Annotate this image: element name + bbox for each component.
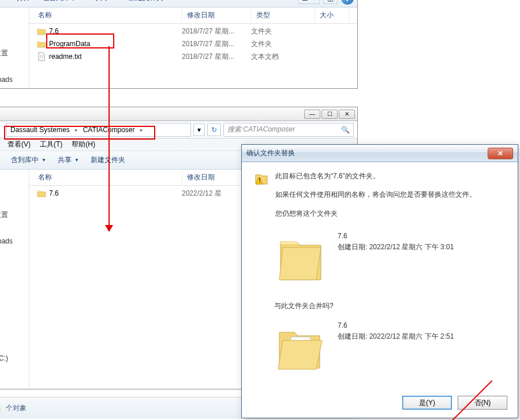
src-folder-block: 7.6 创建日期: 2022/2/12 星期六 下午 2:51 bbox=[274, 317, 507, 380]
file-date: 2022/2/12 星 bbox=[182, 189, 251, 198]
file-date: 2018/7/27 星期... bbox=[182, 52, 251, 62]
menu-view[interactable]: 查看(V) bbox=[3, 138, 35, 151]
folder-icon bbox=[36, 39, 47, 49]
dialog-line2: 如果任何文件使用相同的名称，将会询问您是否要替换这些文件。 bbox=[275, 189, 476, 200]
sidebar-item[interactable]: wnloads bbox=[0, 73, 29, 86]
col-name[interactable]: 名称 bbox=[29, 7, 182, 23]
preview-pane-button[interactable]: ◫ bbox=[323, 0, 338, 4]
dest-created: 2022/2/12 星期六 下午 3:01 bbox=[369, 243, 454, 251]
dest-folder-block: 7.6 创建日期: 2022/2/12 星期六 下午 3:01 bbox=[274, 227, 507, 291]
yes-button[interactable]: 是(Y) bbox=[402, 396, 452, 410]
help-icon[interactable]: ? bbox=[341, 0, 354, 5]
col-name[interactable]: 名称 bbox=[29, 170, 182, 185]
dialog-close-button[interactable]: ✕ bbox=[488, 148, 513, 159]
chevron-down-icon: ▼ bbox=[113, 0, 117, 1]
confirm-replace-dialog: 确认文件夹替换 ✕ ! 此目标已包含名为“7.6”的文件夹。 如果任何文件使用相… bbox=[241, 144, 518, 418]
close-button[interactable]: ✕ bbox=[339, 110, 355, 119]
created-label: 创建日期: bbox=[338, 243, 367, 251]
dialog-body: ! 此目标已包含名为“7.6”的文件夹。 如果任何文件使用相同的名称，将会询问您… bbox=[242, 162, 518, 397]
file-type: 文件夹 bbox=[251, 27, 315, 36]
folder-large-icon bbox=[274, 227, 327, 291]
file-type: 文本文档 bbox=[251, 52, 315, 62]
merge-question: 与此文件夹合并吗? bbox=[274, 301, 507, 311]
maximize-button[interactable]: ☐ bbox=[321, 110, 338, 119]
sidebar-item[interactable]: E:) bbox=[0, 377, 29, 390]
menu-tools[interactable]: 工具(T) bbox=[35, 138, 67, 151]
address-dropdown[interactable]: ▾ bbox=[193, 123, 205, 136]
col-size[interactable]: 大小 bbox=[315, 7, 350, 23]
src-created: 2022/2/12 星期六 下午 2:51 bbox=[369, 332, 454, 340]
sidebar-item[interactable]: 的位置 bbox=[0, 46, 29, 61]
annotation-box bbox=[4, 126, 155, 140]
annotation-box bbox=[46, 33, 114, 48]
top-sidebar: 的位置 rive wnloads bbox=[0, 46, 29, 86]
menu-help[interactable]: 帮助(H) bbox=[67, 138, 100, 151]
second-sidebar-drives: s7 (C:) D:) E:) bbox=[0, 352, 29, 390]
file-name: 7.6 bbox=[49, 189, 182, 197]
dialog-line3: 您仍想将这个文件夹 bbox=[275, 208, 476, 219]
dialog-buttons: 是(Y) 否(N) bbox=[402, 396, 507, 410]
column-headers: 名称 修改日期 类型 大小 bbox=[29, 7, 357, 24]
search-placeholder: 搜索 CATIAComposer bbox=[227, 125, 295, 134]
file-row[interactable]: readme.txt 2018/7/27 星期... 文本文档 bbox=[29, 50, 357, 63]
col-type[interactable]: 类型 bbox=[252, 7, 315, 23]
chevron-down-icon: ▼ bbox=[80, 0, 84, 1]
search-icon: 🔍 bbox=[341, 126, 350, 134]
search-input[interactable]: 搜索 CATIAComposer 🔍 bbox=[223, 123, 354, 137]
minimize-button[interactable]: — bbox=[304, 110, 320, 119]
folder-open-large-icon bbox=[274, 317, 327, 380]
created-label: 创建日期: bbox=[338, 332, 367, 340]
folder-icon bbox=[36, 26, 47, 36]
include-library-button[interactable]: 含到库中▼ bbox=[6, 153, 51, 167]
warning-folder-icon: ! bbox=[253, 170, 270, 186]
new-folder-button[interactable]: 新建文件夹 bbox=[124, 0, 168, 5]
file-type: 文件夹 bbox=[251, 39, 315, 49]
view-options-button[interactable]: ☰ ▼ bbox=[298, 0, 320, 4]
annotation-arrow-down bbox=[109, 46, 110, 231]
refresh-button[interactable]: ↻ bbox=[207, 123, 221, 136]
dialog-title: 确认文件夹替换 bbox=[246, 148, 295, 158]
sidebar-item[interactable]: wnloads bbox=[0, 235, 29, 247]
second-sidebar: 的位置 rive wnloads bbox=[0, 208, 29, 247]
share-button[interactable]: 共享▼ bbox=[53, 153, 84, 167]
open-button[interactable]: 打开 bbox=[12, 0, 35, 5]
folder-icon bbox=[36, 188, 47, 198]
sidebar-item[interactable]: rive bbox=[0, 222, 29, 235]
col-date[interactable]: 修改日期 bbox=[182, 7, 252, 23]
share-button[interactable]: 共享▼ bbox=[91, 0, 122, 5]
dialog-line1: 此目标已包含名为“7.6”的文件夹。 bbox=[275, 170, 476, 182]
top-toolbar: 打开 包含到库中▼ 共享▼ 新建文件夹 ☰ ▼ ◫ ? bbox=[0, 0, 357, 7]
new-folder-button[interactable]: 新建文件夹 bbox=[86, 153, 130, 167]
sidebar-item[interactable]: 的位置 bbox=[0, 208, 29, 222]
file-name: readme.txt bbox=[49, 52, 182, 61]
svg-text:!: ! bbox=[259, 177, 261, 185]
dest-folder-name: 7.6 bbox=[338, 231, 454, 242]
src-folder-name: 7.6 bbox=[338, 320, 454, 331]
dialog-titlebar: 确认文件夹替换 ✕ bbox=[242, 145, 518, 162]
file-date: 2018/7/27 星期... bbox=[182, 39, 251, 49]
window-controls: — ☐ ✕ bbox=[0, 107, 357, 121]
status-text: 个对象 bbox=[6, 403, 27, 413]
sidebar-item[interactable]: s7 (C:) bbox=[0, 352, 29, 365]
txt-icon bbox=[36, 51, 47, 62]
sidebar-item[interactable]: D:) bbox=[0, 365, 29, 377]
sidebar-item[interactable]: rive bbox=[0, 61, 29, 73]
file-date: 2018/7/27 星期... bbox=[182, 27, 251, 36]
folder-icon bbox=[0, 403, 1, 414]
include-library-button[interactable]: 包含到库中▼ bbox=[38, 0, 89, 5]
